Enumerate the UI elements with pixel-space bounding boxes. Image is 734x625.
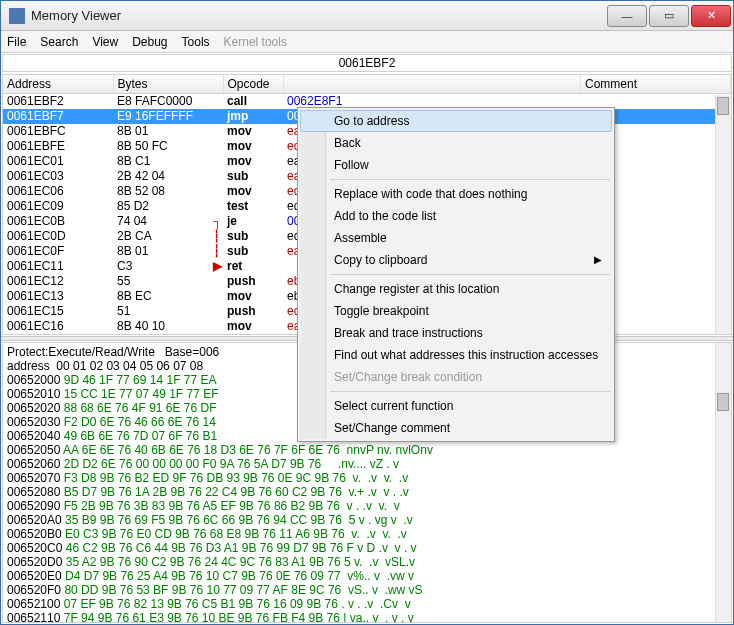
disasm-scrollbar[interactable] bbox=[715, 95, 731, 334]
window-controls: — ▭ ✕ bbox=[607, 5, 733, 27]
app-icon bbox=[9, 8, 25, 24]
maximize-button[interactable]: ▭ bbox=[649, 5, 689, 27]
menu-tools[interactable]: Tools bbox=[182, 35, 210, 49]
ctx-select-current-function[interactable]: Select current function bbox=[300, 395, 612, 417]
ctx-find-out-what-addresses-this-instruction-accesses[interactable]: Find out what addresses this instruction… bbox=[300, 344, 612, 366]
ctx-assemble[interactable]: Assemble bbox=[300, 227, 612, 249]
ctx-break-and-trace-instructions[interactable]: Break and trace instructions bbox=[300, 322, 612, 344]
titlebar: Memory Viewer — ▭ ✕ bbox=[1, 1, 733, 31]
ctx-toggle-breakpoint[interactable]: Toggle breakpoint bbox=[300, 300, 612, 322]
close-button[interactable]: ✕ bbox=[691, 5, 731, 27]
col-bytes[interactable]: Bytes bbox=[113, 75, 223, 94]
submenu-arrow-icon: ▶ bbox=[594, 254, 602, 265]
ctx-add-to-the-code-list[interactable]: Add to the code list bbox=[300, 205, 612, 227]
col-args[interactable] bbox=[283, 75, 581, 94]
ctx-change-register-at-this-location[interactable]: Change register at this location bbox=[300, 278, 612, 300]
minimize-button[interactable]: — bbox=[607, 5, 647, 27]
window-title: Memory Viewer bbox=[31, 8, 607, 23]
menu-file[interactable]: File bbox=[7, 35, 26, 49]
current-address: 0061EBF2 bbox=[2, 54, 732, 72]
context-separator bbox=[330, 274, 610, 275]
scroll-thumb[interactable] bbox=[717, 97, 729, 115]
menu-kernel-tools[interactable]: Kernel tools bbox=[224, 35, 287, 49]
context-separator bbox=[330, 179, 610, 180]
ctx-go-to-address[interactable]: Go to address bbox=[300, 110, 612, 132]
menu-view[interactable]: View bbox=[92, 35, 118, 49]
ctx-replace-with-code-that-does-nothing[interactable]: Replace with code that does nothing bbox=[300, 183, 612, 205]
scroll-thumb[interactable] bbox=[717, 393, 729, 411]
col-opcode[interactable]: Opcode bbox=[223, 75, 283, 94]
menu-debug[interactable]: Debug bbox=[132, 35, 167, 49]
context-separator bbox=[330, 391, 610, 392]
ctx-back[interactable]: Back bbox=[300, 132, 612, 154]
ctx-follow[interactable]: Follow bbox=[300, 154, 612, 176]
menubar: FileSearchViewDebugToolsKernel tools bbox=[1, 31, 733, 53]
ctx-copy-to-clipboard[interactable]: Copy to clipboard▶ bbox=[300, 249, 612, 271]
menu-search[interactable]: Search bbox=[40, 35, 78, 49]
hex-scrollbar[interactable] bbox=[715, 343, 731, 622]
ctx-set-change-break-condition: Set/Change break condition bbox=[300, 366, 612, 388]
col-address[interactable]: Address bbox=[3, 75, 113, 94]
context-menu: Go to addressBackFollowReplace with code… bbox=[297, 107, 615, 442]
ctx-set-change-comment[interactable]: Set/Change comment bbox=[300, 417, 612, 439]
col-comment[interactable]: Comment bbox=[581, 75, 731, 94]
